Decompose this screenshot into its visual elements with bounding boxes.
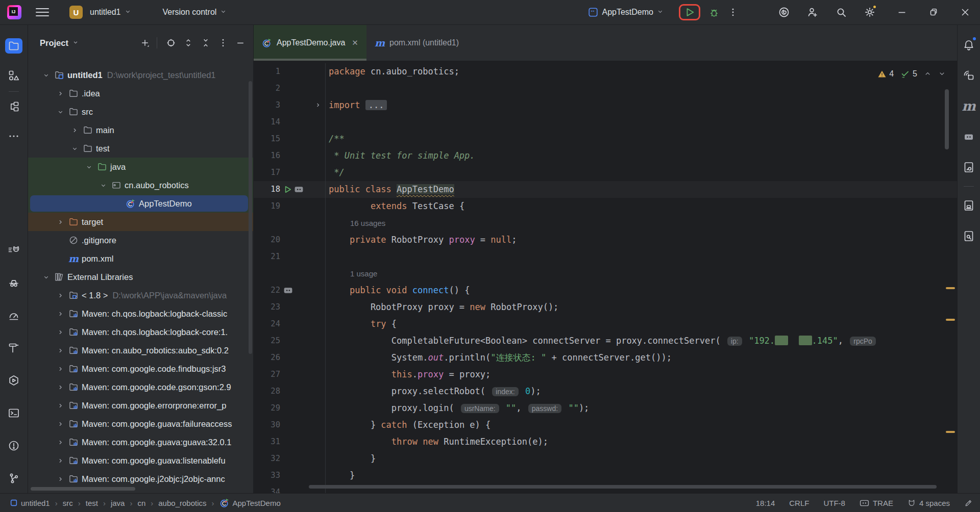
chevron-right-icon[interactable] [54, 90, 67, 97]
chevron-right-icon[interactable] [54, 329, 67, 336]
chevron-right-icon[interactable] [54, 347, 67, 354]
status-file-encoding[interactable]: UTF-8 [823, 499, 845, 507]
chevron-right-icon[interactable] [54, 366, 67, 372]
locate-file-icon[interactable] [163, 36, 179, 50]
tree-vertical-scrollbar[interactable] [249, 81, 252, 354]
tool-window-button-file-search[interactable] [960, 228, 977, 244]
chevron-right-icon[interactable] [54, 421, 67, 427]
settings-gear-icon[interactable] [864, 6, 876, 18]
panel-options-icon[interactable] [215, 36, 231, 50]
tool-window-button-project[interactable] [5, 38, 22, 54]
run-button[interactable] [684, 7, 695, 18]
status-line-separator[interactable]: CRLF [789, 499, 809, 507]
tree-item-.gitignore[interactable]: .gitignore [28, 231, 253, 249]
tree-item-test[interactable]: test [28, 139, 253, 158]
breadcrumb-AppTestDemo[interactable]: AppTestDemo [217, 497, 283, 509]
chevron-right-icon[interactable] [54, 311, 67, 317]
chevron-down-icon[interactable] [39, 72, 53, 79]
tree-item-.idea[interactable]: .idea [28, 84, 253, 103]
tree-item-AppTestDemo[interactable]: AppTestDemo [28, 194, 253, 213]
warning-stripe-mark[interactable] [946, 287, 955, 289]
chevron-down-icon[interactable] [39, 274, 53, 280]
tool-window-button-problems[interactable] [5, 438, 22, 453]
passed-count[interactable]: 5 [900, 65, 917, 82]
tool-window-button-notifications[interactable] [960, 37, 977, 53]
tree-item-Maven-com.google.j2objc-j2objc-annc[interactable]: Maven: com.google.j2objc:j2objc-annc [28, 470, 253, 488]
chevron-down-icon[interactable] [68, 145, 81, 152]
tree-item-Maven-com.google.guava-listenablefu[interactable]: Maven: com.google.guava:listenablefu [28, 451, 253, 470]
tree-item-Maven-com.google.code.findbugs-jsr3[interactable]: Maven: com.google.code.findbugs:jsr3 [28, 360, 253, 378]
chevron-down-icon[interactable] [72, 38, 79, 47]
status-cursor-position[interactable]: 18:14 [756, 499, 775, 507]
tool-window-button-structure[interactable] [5, 68, 22, 83]
tree-horizontal-scrollbar[interactable] [31, 487, 135, 491]
ai-spiral-icon[interactable] [778, 6, 790, 18]
tree-item-untitled1[interactable]: untitled1D:\work\project_test\untitled1 [28, 66, 253, 84]
tool-window-button-terminal[interactable] [5, 405, 22, 421]
tree-item-Maven-com.google.guava-guava-32.0.1[interactable]: Maven: com.google.guava:guava:32.0.1 [28, 433, 253, 451]
more-run-options-icon[interactable] [728, 7, 738, 17]
run-configuration-selector[interactable]: AppTestDemo [583, 4, 668, 21]
tool-window-button-version-control[interactable] [5, 471, 22, 486]
next-problem-icon[interactable] [938, 70, 946, 78]
chevron-right-icon[interactable] [54, 457, 67, 464]
tool-window-button-build-tool[interactable] [960, 160, 977, 175]
restore-window-button[interactable] [928, 7, 939, 18]
tool-window-button-maven[interactable]: m [960, 98, 977, 114]
search-icon[interactable] [835, 6, 847, 18]
minimize-button[interactable] [896, 7, 908, 18]
fold-arrow-icon[interactable] [315, 97, 321, 114]
tree-item-main[interactable]: main [28, 121, 253, 139]
tool-window-button-trae-assistant[interactable] [960, 129, 977, 144]
tree-item--1.8-[interactable]: < 1.8 >D:\work\APP\java&maven\java [28, 286, 253, 304]
hide-panel-icon[interactable] [233, 36, 248, 50]
main-menu-icon[interactable] [36, 6, 49, 19]
editor-vertical-scrollbar[interactable] [945, 89, 949, 149]
ai-gutter-icon[interactable] [283, 287, 293, 294]
code-editor[interactable]: 1package cn.aubo_robotics;23import ...14… [254, 61, 957, 493]
chevron-right-icon[interactable] [54, 219, 67, 225]
breadcrumb-untitled1[interactable]: untitled1 [7, 498, 53, 508]
tool-window-button-more-tool-windows[interactable] [5, 129, 22, 144]
tool-window-button-hierarchy[interactable] [5, 99, 22, 114]
editor-tab-pom.xml[interactable]: mpom.xml (untitled1) [366, 25, 467, 61]
run-test-gutter-icon[interactable] [283, 185, 292, 194]
status-indent-style[interactable]: 4 spaces [908, 499, 950, 507]
debug-button[interactable] [708, 7, 720, 18]
tree-item-java[interactable]: java [28, 158, 253, 176]
chevron-right-icon[interactable] [68, 127, 81, 134]
editor-horizontal-scrollbar[interactable] [309, 485, 937, 489]
tree-item-Maven-com.google.code.gson-gson-2.9[interactable]: Maven: com.google.code.gson:gson:2.9 [28, 378, 253, 396]
chevron-right-icon[interactable] [54, 384, 67, 391]
warning-stripe-mark[interactable] [946, 319, 955, 321]
version-control-menu[interactable]: Version control [159, 5, 231, 20]
chevron-down-icon[interactable] [82, 164, 95, 170]
close-tab-icon[interactable]: ✕ [352, 38, 358, 47]
add-user-icon[interactable] [806, 6, 819, 18]
tool-window-button-cat-plugin[interactable] [5, 242, 22, 258]
editor-tab-AppTestDemo.java[interactable]: AppTestDemo.java✕ [254, 25, 366, 61]
tree-item-Maven-cn.aubo_robotics-aubo_sdk-0.2[interactable]: Maven: cn.aubo_robotics:aubo_sdk:0.2 [28, 341, 253, 360]
prev-problem-icon[interactable] [924, 70, 932, 78]
tool-window-button-services[interactable] [5, 373, 22, 388]
breadcrumb-cn[interactable]: cn [135, 498, 148, 508]
ai-gutter-icon[interactable] [294, 186, 304, 193]
warnings-count[interactable]: 4 [877, 65, 894, 82]
tool-window-button-profiler[interactable] [5, 308, 22, 323]
chevron-right-icon[interactable] [54, 476, 67, 482]
close-window-button[interactable] [960, 7, 971, 18]
breadcrumb-src[interactable]: src [60, 498, 76, 508]
add-button[interactable] [137, 36, 153, 50]
breadcrumb-aubo_robotics[interactable]: aubo_robotics [156, 498, 209, 508]
tree-item-Maven-com.google.errorprone-error_p[interactable]: Maven: com.google.errorprone:error_p [28, 396, 253, 415]
chevron-right-icon[interactable] [54, 439, 67, 446]
tool-window-button-privacy-plugin[interactable] [5, 275, 22, 290]
chevron-right-icon[interactable] [54, 402, 67, 409]
chevron-right-icon[interactable] [54, 292, 67, 299]
status-writable-indicator[interactable] [964, 499, 973, 507]
breadcrumb-java[interactable]: java [108, 498, 128, 508]
tree-item-Maven-ch.qos.logback-logback-classic[interactable]: Maven: ch.qos.logback:logback-classic [28, 304, 253, 323]
collapse-all-icon[interactable] [198, 36, 213, 50]
chevron-down-icon[interactable] [96, 182, 110, 189]
tree-item-Maven-ch.qos.logback-logback-core-1.[interactable]: Maven: ch.qos.logback:logback-core:1. [28, 323, 253, 341]
